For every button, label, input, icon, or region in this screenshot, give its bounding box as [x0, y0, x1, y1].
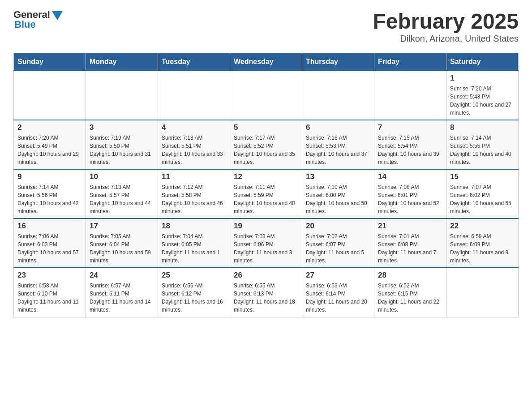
day-number: 23: [17, 271, 82, 280]
weekday-header-wednesday: Wednesday: [230, 53, 302, 71]
calendar-cell: [302, 71, 374, 120]
day-info: Sunrise: 7:04 AM Sunset: 6:05 PM Dayligh…: [162, 232, 226, 265]
day-info: Sunrise: 7:12 AM Sunset: 5:58 PM Dayligh…: [162, 183, 226, 215]
location-text: Dilkon, Arizona, United States: [373, 34, 519, 44]
calendar-cell: 6Sunrise: 7:16 AM Sunset: 5:53 PM Daylig…: [302, 120, 374, 169]
calendar-cell: [446, 268, 519, 317]
calendar-cell: 13Sunrise: 7:10 AM Sunset: 6:00 PM Dayli…: [302, 169, 374, 218]
calendar-cell: 19Sunrise: 7:03 AM Sunset: 6:06 PM Dayli…: [230, 218, 302, 268]
day-number: 25: [162, 271, 226, 280]
day-info: Sunrise: 7:07 AM Sunset: 6:02 PM Dayligh…: [450, 183, 515, 215]
day-number: 28: [378, 271, 442, 280]
day-info: Sunrise: 6:53 AM Sunset: 6:14 PM Dayligh…: [306, 282, 370, 314]
day-info: Sunrise: 7:05 AM Sunset: 6:04 PM Dayligh…: [90, 232, 154, 265]
day-number: 3: [90, 123, 154, 132]
month-title: February 2025: [373, 9, 519, 34]
calendar-cell: [230, 71, 302, 120]
day-number: 16: [17, 222, 82, 231]
calendar-cell: 25Sunrise: 6:56 AM Sunset: 6:12 PM Dayli…: [158, 268, 230, 317]
logo-triangle-icon: [52, 11, 63, 20]
day-number: 7: [378, 123, 442, 132]
calendar-cell: 24Sunrise: 6:57 AM Sunset: 6:11 PM Dayli…: [86, 268, 158, 317]
day-number: 19: [234, 222, 298, 231]
day-info: Sunrise: 7:14 AM Sunset: 5:55 PM Dayligh…: [450, 134, 515, 166]
day-number: 6: [306, 123, 370, 132]
weekday-header-thursday: Thursday: [302, 53, 374, 71]
day-info: Sunrise: 7:10 AM Sunset: 6:00 PM Dayligh…: [306, 183, 370, 215]
day-info: Sunrise: 7:14 AM Sunset: 5:56 PM Dayligh…: [17, 183, 82, 215]
calendar-cell: 8Sunrise: 7:14 AM Sunset: 5:55 PM Daylig…: [446, 120, 519, 169]
day-info: Sunrise: 7:03 AM Sunset: 6:06 PM Dayligh…: [234, 232, 298, 265]
calendar-cell: 16Sunrise: 7:06 AM Sunset: 6:03 PM Dayli…: [14, 218, 86, 268]
logo: General Blue: [13, 9, 63, 30]
calendar-cell: 27Sunrise: 6:53 AM Sunset: 6:14 PM Dayli…: [302, 268, 374, 317]
day-info: Sunrise: 6:58 AM Sunset: 6:10 PM Dayligh…: [17, 282, 82, 314]
day-number: 27: [306, 271, 370, 280]
calendar-cell: 20Sunrise: 7:02 AM Sunset: 6:07 PM Dayli…: [302, 218, 374, 268]
calendar-cell: 26Sunrise: 6:55 AM Sunset: 6:13 PM Dayli…: [230, 268, 302, 317]
day-info: Sunrise: 6:52 AM Sunset: 6:15 PM Dayligh…: [378, 282, 442, 314]
day-number: 2: [17, 123, 82, 132]
calendar-week-3: 9Sunrise: 7:14 AM Sunset: 5:56 PM Daylig…: [14, 169, 519, 218]
calendar-cell: 7Sunrise: 7:15 AM Sunset: 5:54 PM Daylig…: [374, 120, 446, 169]
calendar-cell: 28Sunrise: 6:52 AM Sunset: 6:15 PM Dayli…: [374, 268, 446, 317]
day-info: Sunrise: 6:56 AM Sunset: 6:12 PM Dayligh…: [162, 282, 226, 314]
day-number: 17: [90, 222, 154, 231]
day-info: Sunrise: 7:02 AM Sunset: 6:07 PM Dayligh…: [306, 232, 370, 265]
calendar-table: SundayMondayTuesdayWednesdayThursdayFrid…: [13, 53, 519, 317]
day-number: 11: [162, 172, 226, 181]
day-info: Sunrise: 7:19 AM Sunset: 5:50 PM Dayligh…: [90, 134, 154, 166]
day-number: 10: [90, 172, 154, 181]
day-info: Sunrise: 6:59 AM Sunset: 6:09 PM Dayligh…: [450, 232, 515, 265]
title-section: February 2025 Dilkon, Arizona, United St…: [373, 9, 519, 44]
calendar-cell: 5Sunrise: 7:17 AM Sunset: 5:52 PM Daylig…: [230, 120, 302, 169]
calendar-cell: 11Sunrise: 7:12 AM Sunset: 5:58 PM Dayli…: [158, 169, 230, 218]
day-info: Sunrise: 6:55 AM Sunset: 6:13 PM Dayligh…: [234, 282, 298, 314]
calendar-cell: 12Sunrise: 7:11 AM Sunset: 5:59 PM Dayli…: [230, 169, 302, 218]
day-number: 4: [162, 123, 226, 132]
calendar-cell: [14, 71, 86, 120]
day-number: 15: [450, 172, 515, 181]
weekday-header-friday: Friday: [374, 53, 446, 71]
day-number: 12: [234, 172, 298, 181]
calendar-week-5: 23Sunrise: 6:58 AM Sunset: 6:10 PM Dayli…: [14, 268, 519, 317]
day-number: 20: [306, 222, 370, 231]
day-number: 1: [450, 74, 515, 83]
calendar-cell: 9Sunrise: 7:14 AM Sunset: 5:56 PM Daylig…: [14, 169, 86, 218]
day-number: 5: [234, 123, 298, 132]
day-info: Sunrise: 7:08 AM Sunset: 6:01 PM Dayligh…: [378, 183, 442, 215]
calendar-cell: 15Sunrise: 7:07 AM Sunset: 6:02 PM Dayli…: [446, 169, 519, 218]
day-info: Sunrise: 7:01 AM Sunset: 6:08 PM Dayligh…: [378, 232, 442, 265]
day-number: 18: [162, 222, 226, 231]
day-info: Sunrise: 7:17 AM Sunset: 5:52 PM Dayligh…: [234, 134, 298, 166]
calendar-cell: 1Sunrise: 7:20 AM Sunset: 5:48 PM Daylig…: [446, 71, 519, 120]
page-header: General Blue February 2025 Dilkon, Arizo…: [13, 9, 519, 44]
day-info: Sunrise: 7:15 AM Sunset: 5:54 PM Dayligh…: [378, 134, 442, 166]
day-info: Sunrise: 7:13 AM Sunset: 5:57 PM Dayligh…: [90, 183, 154, 215]
day-info: Sunrise: 6:57 AM Sunset: 6:11 PM Dayligh…: [90, 282, 154, 314]
day-number: 9: [17, 172, 82, 181]
calendar-week-1: 1Sunrise: 7:20 AM Sunset: 5:48 PM Daylig…: [14, 71, 519, 120]
day-info: Sunrise: 7:20 AM Sunset: 5:49 PM Dayligh…: [17, 134, 82, 166]
calendar-cell: 21Sunrise: 7:01 AM Sunset: 6:08 PM Dayli…: [374, 218, 446, 268]
weekday-header-tuesday: Tuesday: [158, 53, 230, 71]
day-number: 26: [234, 271, 298, 280]
weekday-header-sunday: Sunday: [14, 53, 86, 71]
calendar-cell: 4Sunrise: 7:18 AM Sunset: 5:51 PM Daylig…: [158, 120, 230, 169]
day-number: 14: [378, 172, 442, 181]
day-info: Sunrise: 7:20 AM Sunset: 5:48 PM Dayligh…: [450, 85, 515, 117]
day-number: 13: [306, 172, 370, 181]
calendar-cell: [86, 71, 158, 120]
day-number: 22: [450, 222, 515, 231]
day-info: Sunrise: 7:11 AM Sunset: 5:59 PM Dayligh…: [234, 183, 298, 215]
calendar-week-2: 2Sunrise: 7:20 AM Sunset: 5:49 PM Daylig…: [14, 120, 519, 169]
day-info: Sunrise: 7:18 AM Sunset: 5:51 PM Dayligh…: [162, 134, 226, 166]
day-number: 24: [90, 271, 154, 280]
calendar-cell: 22Sunrise: 6:59 AM Sunset: 6:09 PM Dayli…: [446, 218, 519, 268]
day-info: Sunrise: 7:06 AM Sunset: 6:03 PM Dayligh…: [17, 232, 82, 265]
calendar-cell: 3Sunrise: 7:19 AM Sunset: 5:50 PM Daylig…: [86, 120, 158, 169]
calendar-cell: 14Sunrise: 7:08 AM Sunset: 6:01 PM Dayli…: [374, 169, 446, 218]
day-number: 8: [450, 123, 515, 132]
calendar-week-4: 16Sunrise: 7:06 AM Sunset: 6:03 PM Dayli…: [14, 218, 519, 268]
day-number: 21: [378, 222, 442, 231]
